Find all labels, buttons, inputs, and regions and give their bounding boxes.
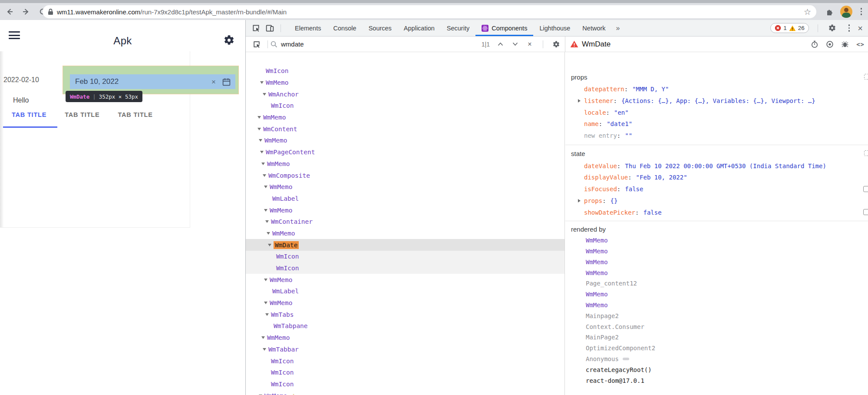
tree-row-WmMemo[interactable]: WmMemo <box>246 228 564 239</box>
tree-row-WmMemo[interactable]: WmMemo <box>246 274 564 285</box>
tree-row-WmMemo[interactable]: WmMemo <box>246 112 564 123</box>
tree-row-WmIcon[interactable]: WmIcon <box>246 100 564 112</box>
browser-menu-icon[interactable] <box>859 6 864 17</box>
extensions-puzzle-icon[interactable] <box>825 7 834 16</box>
issues-badge[interactable]: 1 26 <box>770 23 809 33</box>
log-bug-icon[interactable] <box>841 40 849 48</box>
tree-row-WmIcon[interactable]: WmIcon <box>246 262 564 274</box>
address-bar[interactable]: wm11.wavemakeronline.com/run-7x9x2d8c1p/… <box>43 5 816 18</box>
tree-row-WmContent[interactable]: WmContent <box>246 123 564 135</box>
tree-row-WmIcon[interactable]: WmIcon <box>246 251 564 262</box>
tree-row-WmIcon[interactable]: WmIcon <box>246 378 564 390</box>
state-entry-showDatePicker[interactable]: showDatePickerfalse <box>565 206 868 218</box>
app-tab-2[interactable]: TAB TITLE <box>65 111 99 118</box>
devtools-tab-sources[interactable]: Sources <box>363 20 398 36</box>
more-tabs-icon[interactable]: » <box>612 20 624 36</box>
copy-props-icon[interactable] <box>864 74 868 80</box>
tree-row-WmTabs[interactable]: WmTabs <box>246 309 564 320</box>
rendered-by-WmMemo[interactable]: WmMemo <box>586 269 608 276</box>
expander-icon[interactable] <box>262 93 267 96</box>
expand-icon[interactable] <box>578 199 581 202</box>
prop-entry-name[interactable]: name"date1" <box>565 118 868 130</box>
expander-icon[interactable] <box>262 174 267 177</box>
expander-icon[interactable] <box>259 81 264 84</box>
devtools-tab-network[interactable]: Network <box>576 20 611 36</box>
rendered-by-WmMemo[interactable]: WmMemo <box>586 302 608 309</box>
devtools-settings-gear-icon[interactable] <box>827 23 838 34</box>
forward-icon[interactable] <box>21 7 31 17</box>
rendered-by-WmMemo[interactable]: WmMemo <box>586 248 608 255</box>
bookmark-star-icon[interactable]: ☆ <box>804 8 811 16</box>
value-checkbox[interactable] <box>863 186 868 192</box>
calendar-icon[interactable] <box>222 77 231 86</box>
expander-icon[interactable] <box>258 139 263 142</box>
next-result-icon[interactable] <box>511 40 519 49</box>
rendered-by-Page-content12[interactable]: Page_content12 <box>586 280 637 287</box>
rendered-by-Anonymous[interactable]: Anonymous <box>586 355 619 362</box>
expander-icon[interactable] <box>263 186 268 188</box>
expander-icon[interactable] <box>264 220 270 223</box>
previous-result-icon[interactable] <box>496 40 505 49</box>
expander-icon[interactable] <box>263 279 268 281</box>
app-settings-gear-icon[interactable] <box>223 34 235 46</box>
expander-icon[interactable] <box>263 302 268 304</box>
app-tab-3[interactable]: TAB TITLE <box>118 111 152 118</box>
tree-row-WmMemo[interactable]: WmMemo <box>246 77 564 89</box>
tree-row-WmTabbar[interactable]: WmTabbar <box>246 344 564 355</box>
prop-entry-datepattern[interactable]: datepattern"MMM D, Y" <box>565 83 868 95</box>
devtools-tab-console[interactable]: Console <box>327 20 362 36</box>
tree-row-WmMemo[interactable]: WmMemo <box>246 332 564 344</box>
search-input[interactable] <box>281 40 411 48</box>
expander-icon[interactable] <box>263 209 268 212</box>
devtools-tab-application[interactable]: Application <box>398 20 441 36</box>
react-settings-gear-icon[interactable] <box>552 40 561 49</box>
expander-icon[interactable] <box>259 151 264 153</box>
suspend-timer-icon[interactable] <box>811 40 818 48</box>
device-toolbar-icon[interactable] <box>264 23 275 34</box>
tree-row-WmMemo[interactable]: WmMemo <box>246 390 564 395</box>
prop-entry-listener[interactable]: listener{Actions: {…}, App: {…}, Variabl… <box>565 95 868 107</box>
devtools-close-icon[interactable]: × <box>858 24 863 33</box>
clear-search-icon[interactable]: × <box>525 40 534 49</box>
view-source-icon[interactable]: <> <box>856 41 865 48</box>
state-entry-dateValue[interactable]: dateValueThu Feb 10 2022 00:00:00 GMT+05… <box>565 160 868 172</box>
back-icon[interactable] <box>4 7 15 17</box>
devtools-tab-security[interactable]: Security <box>441 20 475 36</box>
tree-row-WmLabel[interactable]: WmLabel <box>246 193 564 205</box>
inspect-dom-eye-icon[interactable] <box>826 40 834 48</box>
copy-state-icon[interactable] <box>864 150 868 156</box>
rendered-by-WmMemo[interactable]: WmMemo <box>586 259 608 266</box>
rendered-by-WmMemo[interactable]: WmMemo <box>586 237 608 244</box>
rendered-by-MainPage2[interactable]: MainPage2 <box>586 334 619 341</box>
select-component-icon[interactable] <box>251 39 262 50</box>
state-entry-props[interactable]: props{} <box>565 195 868 207</box>
rendered-by-OptimizedComponent2[interactable]: OptimizedComponent2 <box>586 345 655 352</box>
value-checkbox[interactable] <box>863 209 868 215</box>
tree-row-WmContainer[interactable]: WmContainer <box>246 216 564 228</box>
prop-entry-locale[interactable]: locale"en" <box>565 106 868 118</box>
devtools-tab-elements[interactable]: Elements <box>289 20 327 36</box>
expand-icon[interactable] <box>578 99 581 103</box>
app-tab-1[interactable]: TAB TITLE <box>12 111 46 118</box>
state-entry-displayValue[interactable]: displayValue"Feb 10, 2022" <box>565 172 868 183</box>
expander-icon[interactable] <box>264 313 270 316</box>
inspect-element-icon[interactable] <box>250 23 261 34</box>
tree-row-WmTabpane[interactable]: WmTabpane <box>246 320 564 332</box>
tree-row-WmMemo[interactable]: WmMemo <box>246 181 564 193</box>
devtools-menu-icon[interactable] <box>847 23 852 33</box>
expander-icon[interactable] <box>267 244 272 246</box>
date-input[interactable]: Feb 10, 2022 × <box>70 74 235 89</box>
expander-icon[interactable] <box>261 163 266 165</box>
profile-avatar[interactable] <box>840 6 852 18</box>
rendered-by-WmMemo[interactable]: WmMemo <box>586 291 608 298</box>
devtools-tab-components[interactable]: Components <box>475 20 533 36</box>
rendered-by-Mainpage2[interactable]: Mainpage2 <box>586 312 619 319</box>
expander-icon[interactable] <box>257 116 262 119</box>
tree-row-WmLabel[interactable]: WmLabel <box>246 285 564 297</box>
devtools-tab-lighthouse[interactable]: Lighthouse <box>533 20 576 36</box>
expander-icon[interactable] <box>261 336 266 339</box>
clear-date-icon[interactable]: × <box>211 78 216 86</box>
expander-icon[interactable] <box>257 128 262 130</box>
tree-row-WmAnchor[interactable]: WmAnchor <box>246 88 564 100</box>
tree-row-WmPageContent[interactable]: WmPageContent <box>246 146 564 158</box>
